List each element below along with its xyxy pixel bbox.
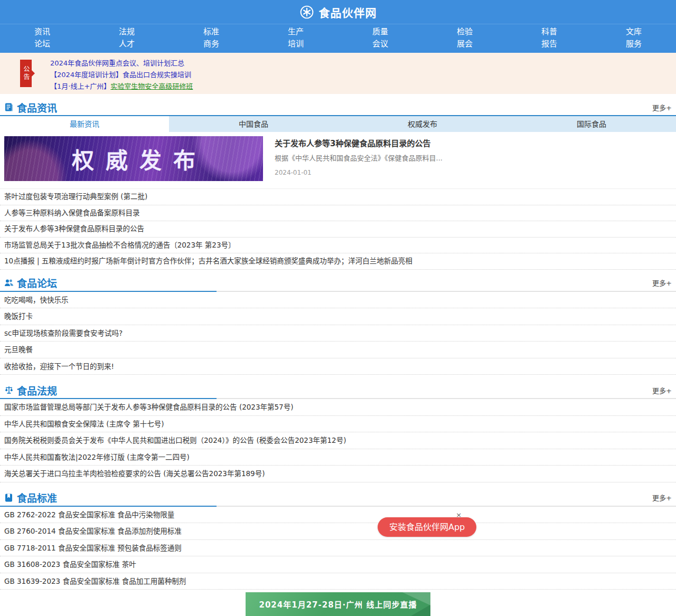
announcement-link[interactable]: 2024年食品伙伴网重点会议、培训计划汇总 <box>50 58 676 69</box>
forum-item[interactable]: sc申证现场核查阶段需要食安考试吗? <box>0 325 676 342</box>
section-food-standards: 食品标准 更多+ GB 2762-2022 食品安全国家标准 食品中污染物限量 … <box>0 490 676 590</box>
nav-link-service[interactable]: 服务 <box>592 38 676 50</box>
news-item[interactable]: 人参等三种原料纳入保健食品备案原料目录 <box>0 205 676 222</box>
install-app-button[interactable]: 安装食品伙伴网App <box>378 517 476 537</box>
nav-link-quality[interactable]: 质量 <box>338 26 422 38</box>
standard-item[interactable]: GB 31639-2023 食品安全国家标准 食品加工用菌种制剂 <box>0 573 676 590</box>
news-item[interactable]: 茶叶过度包装专项治理行动典型案例 (第二批) <box>0 189 676 205</box>
site-logo-icon <box>299 5 314 20</box>
regulation-item[interactable]: 中华人民共和国畜牧法|2022年修订版 (主席令第一二四号) <box>0 449 676 466</box>
regulation-item[interactable]: 国家市场监督管理总局等部门关于发布人参等3种保健食品原料目录的公告 (2023年… <box>0 399 676 416</box>
nav-col-quality: 质量 会议 <box>338 26 422 50</box>
featured-article-body: 关于发布人参等3种保健食品原料目录的公告 根据《中华人民共和国食品安全法》《保健… <box>275 136 672 181</box>
announcement-link-text: 实验室生物安全高级研修班 <box>110 82 193 90</box>
announcement-strip: 公告 2024年食品伙伴网重点会议、培训计划汇总 【2024年度培训计划】食品出… <box>0 53 676 94</box>
forum-item[interactable]: 吃吃喝喝，快快乐乐 <box>0 292 676 309</box>
nav-link-business[interactable]: 商务 <box>169 38 253 50</box>
nav-col-testing: 检验 展会 <box>422 26 507 50</box>
site-logo-text[interactable]: 食品伙伴网 <box>319 4 377 20</box>
nav-col-regulations: 法规 人才 <box>84 26 169 50</box>
nav-link-testing[interactable]: 检验 <box>422 26 507 38</box>
forum-item[interactable]: 收拾收拾，迎接下一个节日的到来! <box>0 358 676 375</box>
tab-latest-news[interactable]: 最新资讯 <box>0 116 169 132</box>
standard-item[interactable]: GB 2760-2014 食品安全国家标准 食品添加剂使用标准 <box>0 523 676 540</box>
nav-link-production[interactable]: 生产 <box>253 26 338 38</box>
standard-item[interactable]: GB 31608-2023 食品安全国家标准 茶叶 <box>0 556 676 573</box>
more-link-food-news[interactable]: 更多+ <box>652 102 672 112</box>
nav-link-regulations[interactable]: 法规 <box>84 26 169 38</box>
nav-link-standards[interactable]: 标准 <box>169 26 253 38</box>
nav-col-news: 资讯 论坛 <box>0 26 84 50</box>
section-food-regulations: 食品法规 更多+ 国家市场监督管理总局等部门关于发布人参等3种保健食品原料目录的… <box>0 382 676 482</box>
news-list: 茶叶过度包装专项治理行动典型案例 (第二批) 人参等三种原料纳入保健食品备案原料… <box>0 188 676 270</box>
news-item[interactable]: 市场监管总局关于13批次食品抽检不合格情况的通告〔2023年 第23号〕 <box>0 238 676 254</box>
news-icon <box>4 102 14 112</box>
food-news-header: 食品资讯 更多+ <box>0 99 676 115</box>
standard-item[interactable]: GB 7718-2011 食品安全国家标准 预包装食品标签通则 <box>0 540 676 557</box>
forum-item[interactable]: 元旦晚餐 <box>0 342 676 358</box>
featured-image-caption: 权威发布 <box>60 143 207 175</box>
nav-link-forum[interactable]: 论坛 <box>0 38 84 50</box>
announcement-badge: 公告 <box>20 60 32 87</box>
tab-china-food[interactable]: 中国食品 <box>169 116 338 132</box>
nav-link-science[interactable]: 科普 <box>507 26 592 38</box>
announcement-link-prefix: 【1月·线上+广州】 <box>50 82 110 90</box>
nav-col-standards: 标准 商务 <box>169 26 253 50</box>
regulation-item[interactable]: 国务院关税税则委员会关于发布《中华人民共和国进出口税则（2024）》的公告 (税… <box>0 432 676 449</box>
regulations-list: 国家市场监督管理总局等部门关于发布人参等3种保健食品原料目录的公告 (2023年… <box>0 399 676 482</box>
featured-article-image[interactable]: 权威发布 <box>4 136 263 181</box>
nav-link-library[interactable]: 文库 <box>592 26 676 38</box>
featured-article-title[interactable]: 关于发布人参等3种保健食品原料目录的公告 <box>275 138 672 149</box>
scales-icon <box>4 385 14 395</box>
more-link-food-standards[interactable]: 更多+ <box>652 492 672 503</box>
app-promo: × 安装食品伙伴网App <box>378 513 476 537</box>
section-title-food-standards: 食品标准 <box>17 490 57 505</box>
section-title-food-forum: 食品论坛 <box>17 276 57 290</box>
announcement-link[interactable]: 【2024年度培训计划】食品出口合规实操培训 <box>50 69 676 81</box>
food-standards-header: 食品标准 更多+ <box>0 490 676 506</box>
section-food-forum: 食品论坛 更多+ 吃吃喝喝，快快乐乐 晚饭打卡 sc申证现场核查阶段需要食安考试… <box>0 275 676 375</box>
main-nav: 资讯 论坛 法规 人才 标准 商务 生产 培训 质量 会议 检验 展会 科普 报… <box>0 24 676 53</box>
food-forum-header: 食品论坛 更多+ <box>0 275 676 291</box>
bottom-ad-banner[interactable]: 2024年1月27-28日·广州 线上同步直播 <box>246 592 430 616</box>
section-title-food-regulations: 食品法规 <box>17 383 57 397</box>
standards-list: GB 2762-2022 食品安全国家标准 食品中污染物限量 GB 2760-2… <box>0 507 676 590</box>
featured-article-summary: 根据《中华人民共和国食品安全法》《保健食品原料目... <box>275 154 672 163</box>
nav-link-exhibition[interactable]: 展会 <box>422 38 507 50</box>
regulation-item[interactable]: 海关总署关于进口乌拉圭羊肉检验检疫要求的公告 (海关总署公告2023年第189号… <box>0 466 676 482</box>
nav-link-news[interactable]: 资讯 <box>0 26 84 38</box>
nav-link-jobs[interactable]: 人才 <box>84 38 169 50</box>
forum-users-icon <box>4 278 14 288</box>
standards-book-icon <box>4 493 14 503</box>
close-icon[interactable]: × <box>456 512 462 518</box>
featured-article: 权威发布 关于发布人参等3种保健食品原料目录的公告 根据《中华人民共和国食品安全… <box>0 132 676 184</box>
nav-col-science: 科普 报告 <box>507 26 592 50</box>
tab-international-food[interactable]: 国际食品 <box>507 116 676 132</box>
news-tabs: 最新资讯 中国食品 权威发布 国际食品 <box>0 116 676 132</box>
nav-link-report[interactable]: 报告 <box>507 38 592 50</box>
nav-col-library: 文库 服务 <box>592 26 676 50</box>
forum-list: 吃吃喝喝，快快乐乐 晚饭打卡 sc申证现场核查阶段需要食安考试吗? 元旦晚餐 收… <box>0 292 676 375</box>
section-title-food-news: 食品资讯 <box>17 100 57 115</box>
nav-link-conference[interactable]: 会议 <box>338 38 422 50</box>
news-item[interactable]: 10点播报 | 五粮液成纽约时报广场新年倒计时官方合作伙伴；古井名酒大家族全球经… <box>0 253 676 270</box>
section-food-news: 食品资讯 更多+ 最新资讯 中国食品 权威发布 国际食品 权威发布 关于发布人参… <box>0 99 676 270</box>
bottom-banner-text: 2024年1月27-28日·广州 线上同步直播 <box>259 599 417 610</box>
more-link-food-forum[interactable]: 更多+ <box>652 278 672 288</box>
standard-item[interactable]: GB 2762-2022 食品安全国家标准 食品中污染物限量 <box>0 507 676 524</box>
regulation-item[interactable]: 中华人民共和国粮食安全保障法 (主席令 第十七号) <box>0 416 676 433</box>
more-link-food-regulations[interactable]: 更多+ <box>652 385 672 395</box>
site-header: 食品伙伴网 <box>0 0 676 24</box>
nav-link-training[interactable]: 培训 <box>253 38 338 50</box>
news-item[interactable]: 关于发布人参等3种保健食品原料目录的公告 <box>0 221 676 238</box>
featured-article-date: 2024-01-01 <box>275 169 312 176</box>
food-regulations-header: 食品法规 更多+ <box>0 382 676 398</box>
nav-col-production: 生产 培训 <box>253 26 338 50</box>
forum-item[interactable]: 晚饭打卡 <box>0 308 676 325</box>
tab-authoritative-release[interactable]: 权威发布 <box>338 116 507 132</box>
announcement-link[interactable]: 【1月·线上+广州】实验室生物安全高级研修班 <box>50 81 676 92</box>
